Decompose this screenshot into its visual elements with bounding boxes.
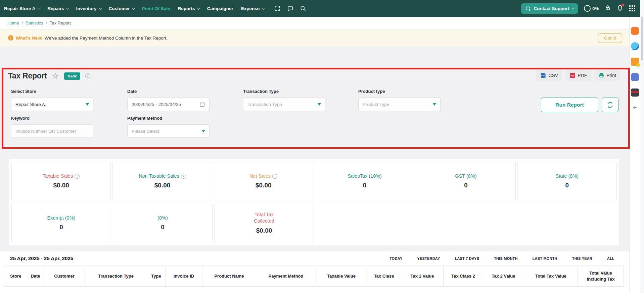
- stat-card-taxable-sales: Taxable Salesi $0.00: [11, 161, 111, 201]
- breadcrumb-home[interactable]: Home: [7, 20, 19, 25]
- col-date: Date: [27, 266, 44, 287]
- calendar-icon: [199, 102, 205, 107]
- col-tax-class: Tax Class: [367, 266, 401, 287]
- info-icon[interactable]: i: [75, 174, 80, 179]
- headset-icon: [525, 6, 531, 11]
- col-taxable-value: Taxable Value: [316, 266, 367, 287]
- col-store: Store: [4, 266, 27, 287]
- search-icon[interactable]: [297, 3, 309, 14]
- nav-item-campaigner[interactable]: Campaigner: [207, 6, 233, 11]
- chevron-down-icon: [99, 6, 102, 10]
- whats-new-banner: i What's New! We've added the Payment Me…: [0, 30, 629, 46]
- dropdown-arrow-icon: [318, 103, 321, 106]
- svg-text:PDF: PDF: [571, 75, 574, 77]
- got-it-button[interactable]: Got it!: [598, 33, 622, 43]
- col-payment-method: Payment Method: [256, 266, 316, 287]
- nav-item-repairs[interactable]: Repairs: [47, 6, 68, 11]
- breadcrumb-statistics[interactable]: Statistics: [26, 20, 43, 25]
- svg-text:CSV: CSV: [541, 75, 545, 76]
- apps-grid-icon[interactable]: [629, 5, 635, 11]
- scan-icon[interactable]: [272, 3, 283, 14]
- filter-this-month[interactable]: THIS MONTH: [494, 256, 517, 260]
- info-icon[interactable]: i: [181, 174, 186, 179]
- usage-indicator[interactable]: 0%: [584, 5, 599, 12]
- breadcrumb: Home / Statistics / Tax Report: [0, 17, 629, 29]
- tax-report-highlight-box: Tax Report NEW i CSV CSV PDF PDF: [2, 68, 630, 149]
- run-report-button[interactable]: Run Report: [541, 98, 598, 112]
- stat-card-zero-percent: (0%) 0: [113, 203, 213, 243]
- refresh-button[interactable]: [602, 98, 618, 112]
- product-type-label: Product type: [358, 89, 385, 94]
- extension-icon-orange[interactable]: [631, 27, 639, 35]
- filter-last-7-days[interactable]: LAST 7 DAYS: [455, 256, 479, 260]
- col-total-tax-value: Total Tax Value: [524, 266, 578, 287]
- report-date-range: 25 Apr, 2025 - 25 Apr, 2025: [10, 255, 73, 261]
- csv-file-icon: CSV: [540, 72, 546, 78]
- usage-circle-icon: [584, 5, 591, 12]
- nav-item-inventory[interactable]: Inventory: [76, 6, 101, 11]
- nav-item-repair-store[interactable]: Repair Store A: [4, 6, 40, 11]
- transaction-type-label: Transaction Type: [243, 89, 279, 94]
- nav-item-customer[interactable]: Customer: [109, 6, 134, 11]
- page-scrollbar[interactable]: [640, 0, 644, 293]
- extension-icon-orange-yellow[interactable]: [631, 58, 639, 66]
- col-tax-2-value: Tax 2 Value: [483, 266, 524, 287]
- filter-this-year[interactable]: THIS YEAR: [572, 256, 592, 260]
- contact-support-button[interactable]: Contact Support: [521, 3, 578, 14]
- product-type-dropdown[interactable]: Product Type: [358, 98, 441, 111]
- date-range-picker[interactable]: 2025/04/25 - 2025/04/25: [127, 98, 210, 111]
- extension-icon-shield[interactable]: [631, 73, 639, 81]
- col-product-name: Product Name: [202, 266, 256, 287]
- filter-all[interactable]: ALL: [607, 256, 614, 260]
- add-extension-plus-icon[interactable]: +: [631, 104, 639, 112]
- info-icon[interactable]: i: [272, 174, 277, 179]
- print-button[interactable]: Print: [594, 70, 620, 81]
- transaction-type-dropdown[interactable]: Transaction Type: [243, 98, 325, 111]
- screen: Repair Store A Repairs Inventory Custome…: [0, 0, 644, 293]
- scrollbar-thumb[interactable]: [641, 17, 643, 60]
- date-label: Date: [127, 89, 137, 94]
- keyword-input[interactable]: [11, 124, 93, 138]
- chevron-down-icon: [37, 6, 41, 10]
- filter-yesterday[interactable]: YESTERDAY: [417, 256, 440, 260]
- tax-report-table: Store Date Customer Transaction Type Typ…: [4, 266, 624, 287]
- extension-icon-cyan[interactable]: [631, 42, 639, 50]
- keyword-label: Keyword: [11, 116, 30, 121]
- chevron-down-icon: [132, 6, 135, 10]
- quick-date-filters: TODAY YESTERDAY LAST 7 DAYS THIS MONTH L…: [389, 256, 614, 260]
- top-nav: Repair Store A Repairs Inventory Custome…: [0, 0, 640, 17]
- dropdown-arrow-icon: [433, 103, 436, 106]
- results-section: 25 Apr, 2025 - 25 Apr, 2025 TODAY YESTER…: [0, 251, 629, 293]
- export-pdf-button[interactable]: PDF PDF: [565, 70, 591, 81]
- page-title: Tax Report: [8, 71, 47, 80]
- select-store-label: Select Store: [11, 89, 36, 94]
- stat-card-salestax: SalesTax (10%) 0: [315, 161, 414, 201]
- notifications-bell-icon[interactable]: [617, 5, 623, 12]
- extension-icon-dark[interactable]: [631, 89, 639, 97]
- filter-today[interactable]: TODAY: [389, 256, 402, 260]
- printer-icon: [598, 72, 604, 78]
- nav-item-expense[interactable]: Expense: [241, 6, 264, 11]
- stat-card-total-tax-collected: Total Tax Collected $0.00: [214, 203, 314, 243]
- stats-panel: Taxable Salesi $0.00 Non Taxable Salesi …: [9, 159, 619, 245]
- favorite-star-icon[interactable]: [52, 72, 59, 80]
- chat-icon[interactable]: [284, 3, 296, 14]
- col-type: Type: [147, 266, 166, 287]
- info-icon[interactable]: i: [85, 73, 90, 78]
- nav-item-reports[interactable]: Reports: [178, 6, 199, 11]
- refresh-icon: [606, 101, 614, 109]
- payment-method-dropdown[interactable]: Please Select: [127, 124, 210, 138]
- empty-state-message: No Result Found: [0, 287, 629, 293]
- col-tax-class-2: Tax Class 2: [444, 266, 483, 287]
- col-transaction-type: Transaction Type: [85, 266, 147, 287]
- select-store-dropdown[interactable]: Repair Store A.: [11, 98, 93, 111]
- filter-last-month[interactable]: LAST MONTH: [533, 256, 557, 260]
- browser-extension-rail: +: [629, 17, 640, 293]
- nav-item-point-of-sale[interactable]: Point Of Sale: [142, 6, 170, 11]
- export-csv-button[interactable]: CSV CSV: [536, 70, 562, 81]
- breadcrumb-current: Tax Report: [50, 20, 71, 25]
- lock-icon[interactable]: [605, 5, 611, 12]
- stat-card-state: State (8%) 0: [517, 161, 617, 201]
- notice-message: We've added the Payment Method Column in…: [45, 36, 168, 41]
- new-badge: NEW: [64, 72, 80, 80]
